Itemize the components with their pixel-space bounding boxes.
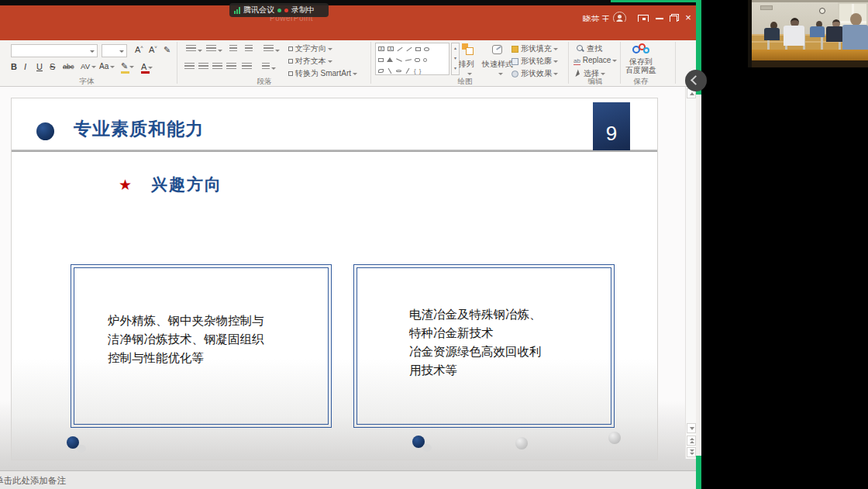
title-bullet-icon <box>36 122 54 140</box>
convert-smartart-button[interactable]: 转换为 SmartArt <box>288 68 357 79</box>
section-title[interactable]: 兴趣方向 <box>151 174 222 195</box>
dot-shadow <box>77 445 86 453</box>
highlight-color-button[interactable]: ✎ <box>121 61 134 71</box>
right-box-line: 特种冶金新技术 <box>409 324 542 343</box>
shrink-font-button[interactable]: A˅ <box>149 45 157 54</box>
replace-button[interactable]: ab Replace <box>574 56 617 64</box>
font-color-bar <box>141 71 150 74</box>
align-center-button[interactable] <box>198 63 208 72</box>
columns-button[interactable] <box>242 63 252 72</box>
next-slide-button[interactable] <box>687 447 696 457</box>
group-separator <box>370 42 371 84</box>
vertical-scrollbar[interactable] <box>685 87 696 459</box>
arrange-label[interactable]: 排列 <box>459 59 474 70</box>
strikethrough-button[interactable]: S <box>50 62 55 71</box>
character-spacing-button[interactable]: AV <box>81 62 96 71</box>
text-direction-button[interactable]: 文字方向 <box>288 43 332 54</box>
titlebar: PowerPoint 晓芸 王 × <box>0 5 701 22</box>
scroll-down-button[interactable] <box>687 423 696 433</box>
arrange-caret <box>467 73 472 75</box>
underline-button[interactable]: U <box>36 62 43 71</box>
font-color-button[interactable]: A <box>141 62 153 71</box>
save-to-line2[interactable]: 百度网盘 <box>625 65 656 76</box>
arrange-icon <box>462 43 473 54</box>
editing-group-label: 编辑 <box>588 77 603 87</box>
signal-bars-icon <box>234 7 240 14</box>
quick-styles-icon <box>491 43 502 54</box>
arrange-button[interactable] <box>462 43 473 56</box>
content-box-left[interactable]: 炉外精炼、钢中夹杂物控制与 洁净钢冶炼技术、钢凝固组织 控制与性能优化等 <box>71 264 332 428</box>
frame-edge <box>748 0 752 67</box>
slide-canvas[interactable]: 专业素质和能力 9 ★ 兴趣方向 炉外精炼、钢中夹杂物控制与 洁净钢冶炼技术、钢… <box>11 98 658 460</box>
meeting-overlay-toolbar[interactable]: 腾讯会议 录制中 <box>229 3 329 17</box>
shapes-gallery[interactable]: AA {} <box>375 43 450 75</box>
justify-button[interactable] <box>226 63 236 72</box>
recording-dot-icon <box>284 9 288 12</box>
left-box-line: 控制与性能优化等 <box>108 349 264 367</box>
right-box-line: 冶金资源绿色高效回收利 <box>409 343 542 361</box>
numbering-button[interactable] <box>206 45 222 54</box>
group-separator <box>675 42 676 84</box>
increase-indent-button[interactable] <box>245 45 253 54</box>
grow-font-button[interactable]: A˄ <box>135 45 143 54</box>
shape-effects-button[interactable]: 形状效果 <box>512 68 558 79</box>
quick-styles-label[interactable]: 快速样式 <box>482 59 513 70</box>
font-size-combobox[interactable] <box>102 44 127 57</box>
slide-dot-ghost <box>515 437 528 449</box>
decrease-indent-button[interactable] <box>229 45 237 54</box>
clear-formatting-button[interactable]: ✎ <box>164 45 170 55</box>
bold-button[interactable]: B <box>11 62 17 71</box>
italic-button[interactable]: I <box>24 62 26 71</box>
right-box-line: 用技术等 <box>409 361 542 380</box>
left-box-line: 洁净钢冶炼技术、钢凝固组织 <box>108 330 264 349</box>
group-separator <box>177 42 177 84</box>
shape-outline-button[interactable]: 形状轮廓 <box>512 56 558 67</box>
align-left-button[interactable] <box>184 63 195 72</box>
powerpoint-window: PowerPoint 晓芸 王 × 腾讯会议 录制中 动画 幻灯片放映 审阅 视… <box>0 0 701 489</box>
change-case-button[interactable]: Aa <box>99 62 115 71</box>
classroom-scene <box>748 0 868 67</box>
share-border-right <box>696 456 701 489</box>
left-box-line: 炉外精炼、钢中夹杂物控制与 <box>108 312 264 330</box>
strikethrough-abc-button[interactable]: abc <box>63 63 74 71</box>
save-to-baidu-button[interactable] <box>632 43 651 57</box>
add-remove-columns-button[interactable] <box>262 63 276 72</box>
previous-slide-button[interactable] <box>687 436 696 446</box>
screen: PowerPoint 晓芸 王 × 腾讯会议 录制中 动画 幻灯片放映 审阅 视… <box>0 0 868 489</box>
top-black-strip <box>0 0 701 5</box>
align-text-button[interactable]: 对齐文本 <box>288 56 332 67</box>
editor-workspace: 专业素质和能力 9 ★ 兴趣方向 炉外精炼、钢中夹杂物控制与 洁净钢冶炼技术、钢… <box>0 87 696 489</box>
highlight-color-bar <box>121 71 129 74</box>
line-spacing-button[interactable] <box>264 45 280 54</box>
notes-panel[interactable]: 单击此处添加备注 <box>0 471 696 489</box>
font-group-label: 字体 <box>80 77 95 87</box>
wall-vent <box>760 5 773 10</box>
wall-clock <box>819 8 825 14</box>
group-separator <box>568 42 569 84</box>
save-group-label: 保存 <box>634 77 649 87</box>
paragraph-group-label: 段落 <box>257 77 272 87</box>
meeting-app-name: 腾讯会议 <box>243 5 274 15</box>
desk-front-panel <box>748 60 868 67</box>
shape-fill-button[interactable]: 形状填充 <box>512 43 558 54</box>
slide-dot-ghost <box>608 432 621 444</box>
title-underline <box>12 150 658 152</box>
page-number-box[interactable]: 9 <box>593 102 630 150</box>
slide-title[interactable]: 专业素质和能力 <box>74 117 204 141</box>
font-name-combobox[interactable] <box>11 44 98 57</box>
baidu-netdisk-icon <box>632 43 651 55</box>
content-box-right[interactable]: 电渣冶金及特殊钢冶炼、 特种冶金新技术 冶金资源绿色高效回收利 用技术等 <box>353 264 615 428</box>
find-button[interactable]: 查找 <box>577 43 602 54</box>
star-bullet-icon: ★ <box>119 176 132 194</box>
meeting-panel-toggle[interactable] <box>685 70 707 91</box>
align-right-button[interactable] <box>212 63 222 72</box>
quick-styles-button[interactable] <box>491 43 502 56</box>
bullets-button[interactable] <box>186 45 202 54</box>
search-icon <box>577 45 584 53</box>
cursor-icon <box>575 70 580 78</box>
group-separator <box>620 42 621 84</box>
drawing-group-label: 绘图 <box>458 77 473 87</box>
notes-placeholder[interactable]: 单击此处添加备注 <box>0 475 66 487</box>
ribbon: A˄ A˅ ✎ B I U S abc AV Aa ✎ A 字体 <box>0 40 696 87</box>
webcam-feed <box>748 0 868 67</box>
